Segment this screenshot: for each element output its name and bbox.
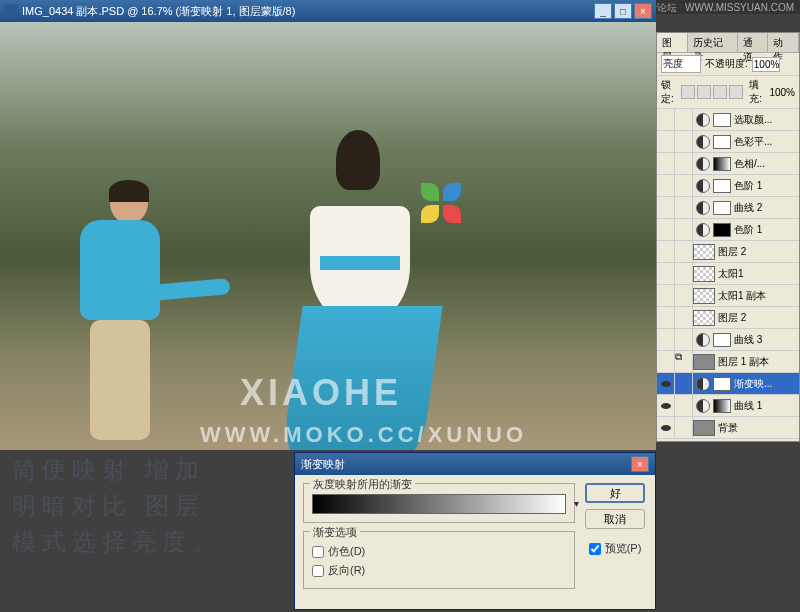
layers-list[interactable]: 选取颜...色彩平...色相/...色阶 1曲线 2色阶 1图层 2太阳1太阳1…: [657, 109, 799, 449]
gradient-picker[interactable]: [312, 494, 566, 514]
layer-name[interactable]: 图层 1 副本: [718, 355, 799, 369]
link-cell[interactable]: [675, 417, 693, 439]
layer-name[interactable]: 渐变映...: [734, 377, 799, 391]
layer-name[interactable]: 色彩平...: [734, 135, 799, 149]
link-cell[interactable]: [675, 329, 693, 351]
mask-thumb[interactable]: [713, 157, 731, 171]
ok-button[interactable]: 好: [585, 483, 645, 503]
visibility-toggle[interactable]: [657, 109, 675, 131]
dither-checkbox[interactable]: 仿色(D): [312, 542, 566, 561]
link-cell[interactable]: [675, 219, 693, 241]
dialog-close-button[interactable]: ×: [631, 456, 649, 472]
tab-actions[interactable]: 动作: [768, 33, 799, 52]
dialog-titlebar[interactable]: 渐变映射 ×: [295, 453, 655, 475]
link-cell[interactable]: [675, 263, 693, 285]
titlebar[interactable]: IMG_0434 副本.PSD @ 16.7% (渐变映射 1, 图层蒙版/8)…: [0, 0, 656, 22]
layer-row[interactable]: 渐变映...: [657, 373, 799, 395]
layer-name[interactable]: 图层 2: [718, 245, 799, 259]
minimize-button[interactable]: _: [594, 3, 612, 19]
layer-thumb[interactable]: [693, 420, 715, 436]
visibility-toggle[interactable]: [657, 417, 675, 439]
canvas[interactable]: XIAOHE WWW.MOKO.CC/XUNUO: [0, 22, 656, 450]
link-cell[interactable]: [675, 153, 693, 175]
mask-thumb[interactable]: [713, 399, 731, 413]
tab-channels[interactable]: 通道: [738, 33, 769, 52]
layer-row[interactable]: 太阳1: [657, 263, 799, 285]
tab-history[interactable]: 历史记录: [688, 33, 738, 52]
link-cell[interactable]: [675, 395, 693, 417]
tab-layers[interactable]: 图层: [657, 33, 688, 52]
layer-name[interactable]: 背景: [718, 421, 799, 435]
link-cell[interactable]: [675, 175, 693, 197]
layer-thumb[interactable]: [693, 266, 715, 282]
layer-name[interactable]: 太阳1: [718, 267, 799, 281]
visibility-toggle[interactable]: [657, 373, 675, 395]
visibility-toggle[interactable]: [657, 351, 675, 373]
lock-pixels-icon[interactable]: [697, 85, 711, 99]
reverse-checkbox[interactable]: 反向(R): [312, 561, 566, 580]
cancel-button[interactable]: 取消: [585, 509, 645, 529]
mask-thumb[interactable]: [713, 135, 731, 149]
fill-input[interactable]: 100%: [769, 87, 795, 98]
layer-row[interactable]: 太阳1 副本: [657, 285, 799, 307]
blend-mode-select[interactable]: 亮度: [661, 55, 701, 73]
layer-name[interactable]: 曲线 2: [734, 201, 799, 215]
layer-name[interactable]: 太阳1 副本: [718, 289, 799, 303]
mask-thumb[interactable]: [713, 377, 731, 391]
visibility-toggle[interactable]: [657, 329, 675, 351]
layer-name[interactable]: 曲线 1: [734, 399, 799, 413]
layer-thumb[interactable]: [693, 310, 715, 326]
visibility-toggle[interactable]: [657, 131, 675, 153]
close-button[interactable]: ×: [634, 3, 652, 19]
layer-row[interactable]: 图层 2: [657, 307, 799, 329]
layer-name[interactable]: 色相/...: [734, 157, 799, 171]
lock-all-icon[interactable]: [729, 85, 743, 99]
opacity-input[interactable]: 100%: [752, 57, 780, 72]
layer-row[interactable]: 色相/...: [657, 153, 799, 175]
layer-row[interactable]: 色阶 1: [657, 175, 799, 197]
layer-row[interactable]: ⧉图层 1 副本: [657, 351, 799, 373]
layer-row[interactable]: 色彩平...: [657, 131, 799, 153]
link-cell[interactable]: [675, 307, 693, 329]
maximize-button[interactable]: □: [614, 3, 632, 19]
layer-thumb[interactable]: [693, 354, 715, 370]
mask-thumb[interactable]: [713, 223, 731, 237]
layer-thumb[interactable]: [693, 288, 715, 304]
mask-thumb[interactable]: [713, 113, 731, 127]
link-cell[interactable]: [675, 131, 693, 153]
layer-name[interactable]: 色阶 1: [734, 223, 799, 237]
visibility-toggle[interactable]: [657, 197, 675, 219]
visibility-toggle[interactable]: [657, 153, 675, 175]
link-cell[interactable]: [675, 197, 693, 219]
layer-thumb[interactable]: [693, 244, 715, 260]
link-cell[interactable]: [675, 241, 693, 263]
layer-row[interactable]: 图层 2: [657, 241, 799, 263]
layer-name[interactable]: 选取颜...: [734, 113, 799, 127]
layer-row[interactable]: 背景: [657, 417, 799, 439]
link-cell[interactable]: ⧉: [675, 351, 693, 373]
mask-thumb[interactable]: [713, 333, 731, 347]
layer-name[interactable]: 曲线 3: [734, 333, 799, 347]
layer-name[interactable]: 色阶 1: [734, 179, 799, 193]
mask-thumb[interactable]: [713, 201, 731, 215]
visibility-toggle[interactable]: [657, 307, 675, 329]
lock-transparency-icon[interactable]: [681, 85, 695, 99]
preview-checkbox[interactable]: 预览(P): [589, 539, 642, 558]
lock-position-icon[interactable]: [713, 85, 727, 99]
layer-row[interactable]: 色阶 1: [657, 219, 799, 241]
link-cell[interactable]: [675, 109, 693, 131]
visibility-toggle[interactable]: [657, 175, 675, 197]
layer-row[interactable]: 曲线 1: [657, 395, 799, 417]
link-cell[interactable]: [675, 373, 693, 395]
visibility-toggle[interactable]: [657, 395, 675, 417]
visibility-toggle[interactable]: [657, 241, 675, 263]
visibility-toggle[interactable]: [657, 263, 675, 285]
layer-row[interactable]: 曲线 2: [657, 197, 799, 219]
visibility-toggle[interactable]: [657, 219, 675, 241]
visibility-toggle[interactable]: [657, 285, 675, 307]
layer-name[interactable]: 图层 2: [718, 311, 799, 325]
layer-row[interactable]: 曲线 3: [657, 329, 799, 351]
link-cell[interactable]: [675, 285, 693, 307]
mask-thumb[interactable]: [713, 179, 731, 193]
layer-row[interactable]: 选取颜...: [657, 109, 799, 131]
